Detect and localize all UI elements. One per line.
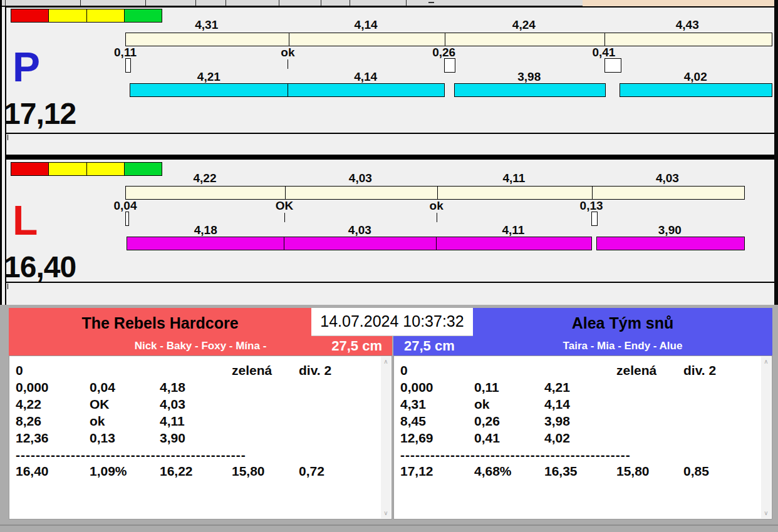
scoreboard: The Rebels Hardcore Nick - Baky - Foxy -… — [0, 305, 778, 532]
right-team-results-table[interactable]: 0zelenádiv. 20,0000,114,214,31ok4,148,45… — [393, 356, 772, 519]
traffic-light — [86, 162, 125, 176]
right-table-scrollbar[interactable]: ∧ ∨ — [761, 357, 771, 518]
run-bar-segment — [130, 83, 289, 97]
crossing-loss-box — [125, 58, 131, 73]
split-segment — [126, 187, 285, 199]
minimize-dash-icon[interactable] — [428, 2, 434, 3]
split-segment — [445, 33, 604, 46]
table-cell: 4,21 — [544, 379, 616, 395]
crossing-ok-tick — [284, 213, 285, 222]
lane-p-traffic-lights — [11, 9, 162, 23]
split-time-label: 4,31 — [195, 19, 218, 31]
lane-l-total-time: 16,40 — [4, 252, 76, 282]
table-cell: 4,11 — [160, 413, 232, 429]
table-row: 4,22OK4,03 — [16, 396, 381, 413]
table-cell: 0,85 — [683, 463, 759, 479]
table-cell: 4,02 — [544, 430, 616, 446]
right-team-jump-height: 27,5 cm — [404, 338, 455, 354]
split-time-label: 4,03 — [656, 172, 679, 184]
table-separator: ----------------------------------------… — [400, 447, 761, 463]
left-team-name: The Rebels Hardcore — [9, 314, 311, 332]
table-cell: ok — [474, 396, 544, 412]
run-bar-segment — [596, 237, 745, 250]
run-time-label: 4,18 — [194, 224, 217, 236]
window-strip-divider — [321, 0, 321, 6]
table-cell: div. 2 — [683, 362, 759, 378]
table-cell: 16,40 — [16, 463, 90, 479]
table-cell: 4,14 — [544, 396, 616, 412]
window-strip-divider — [80, 0, 81, 6]
scroll-up-icon[interactable]: ∧ — [761, 357, 771, 367]
split-segment — [437, 187, 592, 199]
split-time-label: 4,24 — [512, 19, 536, 31]
traffic-light — [86, 9, 125, 23]
window-strip-divider — [5, 0, 6, 6]
crossing-label: 0,11 — [114, 46, 137, 58]
window-strip-divider — [279, 0, 279, 6]
window-strip-divider — [406, 0, 407, 6]
caret-mark — [8, 135, 8, 140]
table-cell: div. 2 — [299, 362, 374, 378]
run-time-label: 4,21 — [197, 71, 220, 83]
crossing-label: 0,26 — [432, 46, 455, 58]
table-cell: 0,26 — [474, 413, 544, 429]
crossing-label: ok — [430, 200, 443, 212]
table-totals-row: 16,401,09%16,2215,800,72 — [16, 463, 381, 480]
lane-divider — [5, 155, 774, 160]
scroll-down-icon[interactable]: ∨ — [381, 508, 391, 518]
run-bar-segment — [454, 83, 606, 97]
table-cell: 0,13 — [90, 430, 160, 446]
traffic-light — [11, 9, 49, 23]
run-bar-segment — [127, 237, 286, 250]
window-strip-divider — [226, 0, 226, 6]
table-row: 0zelenádiv. 2 — [16, 362, 381, 379]
crossing-ok-tick — [437, 213, 437, 222]
table-cell: 4,22 — [16, 396, 90, 412]
table-cell: 4,18 — [160, 379, 232, 395]
table-cell: ok — [90, 413, 160, 429]
left-team-jump-height: 27,5 cm — [331, 338, 382, 354]
left-table-scrollbar[interactable]: ∧ ∨ — [381, 357, 391, 518]
window-strip-divider — [195, 0, 196, 6]
left-team-results-rows: 0zelenádiv. 20,0000,044,184,22OK4,038,26… — [9, 356, 381, 519]
table-cell: 8,45 — [400, 413, 474, 429]
lane-l-traffic-lights — [11, 162, 162, 176]
table-cell: 3,90 — [160, 430, 232, 446]
table-cell: 15,80 — [232, 463, 299, 479]
crossing-loss-box — [444, 58, 455, 73]
lane-l-letter: L — [13, 200, 38, 241]
datetime-display: 14.07.2024 10:37:32 — [311, 308, 473, 336]
split-time-label: 4,43 — [676, 19, 699, 31]
lane-p-split-chart: 4,310,114,214,14ok4,144,240,263,984,430,… — [0, 6, 778, 133]
crossing-label: OK — [276, 200, 294, 212]
table-cell: 0,41 — [474, 430, 544, 446]
table-totals-row: 17,124,68%16,3515,800,85 — [400, 463, 761, 480]
table-cell: 1,09% — [90, 463, 160, 479]
crossing-ok-tick — [288, 59, 288, 69]
table-cell: 4,68% — [474, 463, 544, 479]
traffic-light — [48, 9, 86, 23]
table-cell: zelená — [616, 362, 683, 378]
table-cell: 0,000 — [400, 379, 474, 395]
left-team-results-table[interactable]: 0zelenádiv. 20,0000,044,184,22OK4,038,26… — [9, 356, 392, 519]
table-row: 4,31ok4,14 — [400, 396, 761, 413]
table-cell: OK — [90, 396, 160, 412]
table-cell: 0,04 — [90, 379, 160, 395]
scroll-down-icon[interactable]: ∨ — [761, 508, 771, 518]
window-strip-divider — [145, 0, 146, 6]
lane-p: 4,310,114,214,14ok4,144,240,263,984,430,… — [0, 6, 778, 133]
table-cell: 16,22 — [160, 463, 232, 479]
table-cell: 3,98 — [544, 413, 616, 429]
table-cell: 0,000 — [16, 379, 90, 395]
scroll-up-icon[interactable]: ∧ — [381, 357, 391, 367]
table-cell: 12,69 — [400, 430, 474, 446]
traffic-light — [124, 162, 162, 176]
run-bar-segment — [436, 237, 592, 250]
lane-p-letter: P — [13, 46, 40, 88]
scoreboard-bottom-line — [0, 524, 778, 526]
table-cell: 4,31 — [400, 396, 474, 412]
split-time-label: 4,11 — [502, 172, 525, 184]
table-cell: 0 — [16, 362, 90, 378]
run-bar-segment — [284, 237, 437, 250]
table-cell: 4,03 — [160, 396, 232, 412]
